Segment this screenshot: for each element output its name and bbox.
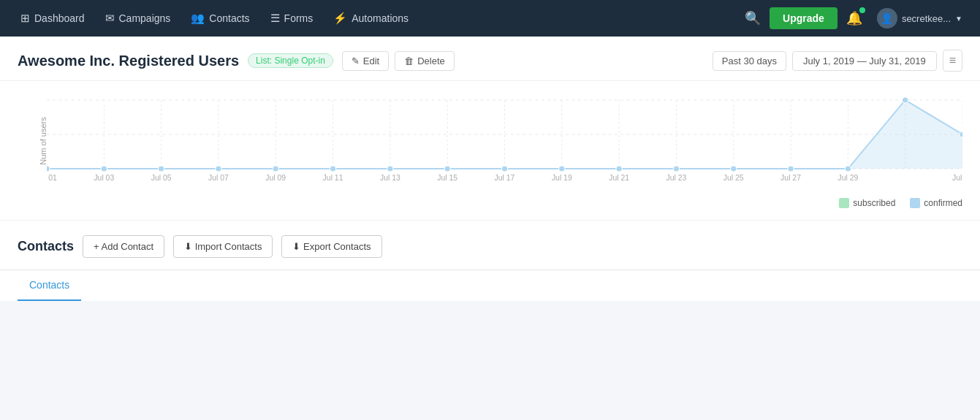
svg-text:Jul 13: Jul 13 bbox=[380, 174, 400, 182]
svg-point-27 bbox=[273, 166, 278, 172]
tab-contacts[interactable]: Contacts bbox=[18, 270, 81, 301]
subscribed-label: subscribed bbox=[853, 198, 895, 208]
svg-point-25 bbox=[158, 166, 164, 172]
header-actions: ✎ Edit 🗑 Delete bbox=[342, 51, 455, 71]
svg-point-28 bbox=[330, 166, 335, 172]
avatar: 👤 bbox=[877, 8, 897, 28]
svg-text:Jul 21: Jul 21 bbox=[609, 174, 629, 182]
legend-subscribed: subscribed bbox=[839, 198, 895, 208]
chevron-down-icon: ▼ bbox=[955, 15, 962, 23]
trash-icon: 🗑 bbox=[404, 56, 414, 66]
notification-badge bbox=[859, 7, 865, 13]
date-range-display: July 1, 2019 — July 31, 2019 bbox=[792, 51, 937, 71]
svg-text:Jul 01: Jul 01 bbox=[47, 174, 57, 182]
nav-item-dashboard[interactable]: ⊞ Dashboard bbox=[12, 7, 94, 29]
svg-point-23 bbox=[47, 166, 50, 172]
subscribed-swatch bbox=[839, 198, 849, 208]
add-contact-button[interactable]: + Add Contact bbox=[83, 235, 164, 258]
nav-label-forms: Forms bbox=[284, 12, 314, 24]
nav-item-automations[interactable]: ⚡ Automations bbox=[324, 7, 417, 29]
svg-point-32 bbox=[559, 166, 565, 172]
contacts-section-title: Contacts bbox=[18, 239, 74, 254]
export-contacts-button[interactable]: ⬇ Export Contacts bbox=[281, 235, 381, 258]
edit-button[interactable]: ✎ Edit bbox=[342, 51, 389, 71]
svg-point-36 bbox=[788, 166, 794, 172]
svg-point-30 bbox=[444, 166, 450, 172]
username-label: secretkee... bbox=[902, 13, 951, 24]
nav-item-campaigns[interactable]: ✉ Campaigns bbox=[96, 7, 180, 29]
nav-label-campaigns: Campaigns bbox=[119, 12, 171, 24]
svg-text:Jul 29: Jul 29 bbox=[837, 174, 858, 182]
svg-text:Jul 15: Jul 15 bbox=[437, 174, 457, 182]
notifications-button[interactable]: 🔔 bbox=[840, 6, 868, 31]
confirmed-label: confirmed bbox=[924, 198, 962, 208]
svg-point-24 bbox=[101, 166, 107, 172]
tabs-area: Contacts bbox=[0, 270, 980, 301]
svg-text:Jul 23: Jul 23 bbox=[666, 174, 687, 182]
chart-area: Num of users 2 1 0 bbox=[0, 81, 980, 220]
campaigns-icon: ✉ bbox=[105, 12, 115, 25]
svg-point-33 bbox=[616, 166, 622, 172]
svg-point-38 bbox=[903, 97, 908, 103]
upgrade-button[interactable]: Upgrade bbox=[770, 7, 837, 29]
svg-point-35 bbox=[731, 166, 737, 172]
search-button[interactable]: 🔍 bbox=[739, 6, 767, 31]
nav-item-forms[interactable]: ☰ Forms bbox=[262, 7, 322, 29]
svg-point-29 bbox=[387, 166, 393, 172]
svg-text:Jul 27: Jul 27 bbox=[780, 174, 801, 182]
date-preset-button[interactable]: Past 30 days bbox=[713, 51, 786, 71]
svg-text:Jul 17: Jul 17 bbox=[495, 174, 515, 182]
svg-text:Jul 03: Jul 03 bbox=[94, 174, 114, 182]
svg-point-26 bbox=[216, 166, 221, 172]
dashboard-icon: ⊞ bbox=[20, 12, 30, 25]
more-options-button[interactable]: ≡ bbox=[943, 50, 962, 72]
nav-item-contacts[interactable]: 👥 Contacts bbox=[182, 7, 258, 29]
chart-y-label: Num of users bbox=[39, 117, 48, 164]
page-header: Awesome Inc. Registered Users List: Sing… bbox=[0, 37, 980, 81]
svg-text:Jul 05: Jul 05 bbox=[151, 174, 172, 182]
contacts-icon: 👥 bbox=[191, 12, 205, 25]
edit-icon: ✎ bbox=[352, 56, 360, 66]
legend-confirmed: confirmed bbox=[910, 198, 962, 208]
delete-button[interactable]: 🗑 Delete bbox=[395, 51, 455, 71]
tab-list: Contacts bbox=[18, 270, 962, 301]
nav-label-automations: Automations bbox=[352, 12, 409, 24]
chart-legend: subscribed confirmed bbox=[18, 195, 962, 214]
import-contacts-button[interactable]: ⬇ Import Contacts bbox=[173, 235, 273, 258]
svg-point-31 bbox=[501, 166, 507, 172]
svg-text:Jul 19: Jul 19 bbox=[552, 174, 572, 182]
svg-text:Jul 25: Jul 25 bbox=[723, 174, 744, 182]
svg-point-34 bbox=[673, 166, 679, 172]
automations-icon: ⚡ bbox=[333, 12, 347, 25]
chart-svg: 2 1 0 bbox=[47, 93, 962, 195]
svg-point-39 bbox=[960, 131, 962, 137]
svg-text:Jul 11: Jul 11 bbox=[323, 174, 343, 182]
user-menu[interactable]: 👤 secretkee... ▼ bbox=[871, 5, 968, 31]
navbar: ⊞ Dashboard ✉ Campaigns 👥 Contacts ☰ For… bbox=[0, 0, 980, 37]
contacts-header: Contacts + Add Contact ⬇ Import Contacts… bbox=[18, 235, 962, 258]
nav-label-contacts: Contacts bbox=[209, 12, 249, 24]
svg-text:Jul 07: Jul 07 bbox=[208, 174, 229, 182]
header-right: Past 30 days July 1, 2019 — July 31, 201… bbox=[713, 50, 962, 72]
confirmed-swatch bbox=[910, 198, 920, 208]
contacts-section: Contacts + Add Contact ⬇ Import Contacts… bbox=[0, 220, 980, 258]
svg-text:Jul 31: Jul 31 bbox=[952, 174, 962, 182]
forms-icon: ☰ bbox=[270, 12, 280, 25]
opt-in-badge: List: Single Opt-in bbox=[248, 53, 333, 68]
page-title: Awesome Inc. Registered Users bbox=[18, 53, 239, 69]
nav-label-dashboard: Dashboard bbox=[34, 12, 85, 24]
svg-point-37 bbox=[845, 166, 851, 172]
svg-text:Jul 09: Jul 09 bbox=[265, 174, 286, 182]
